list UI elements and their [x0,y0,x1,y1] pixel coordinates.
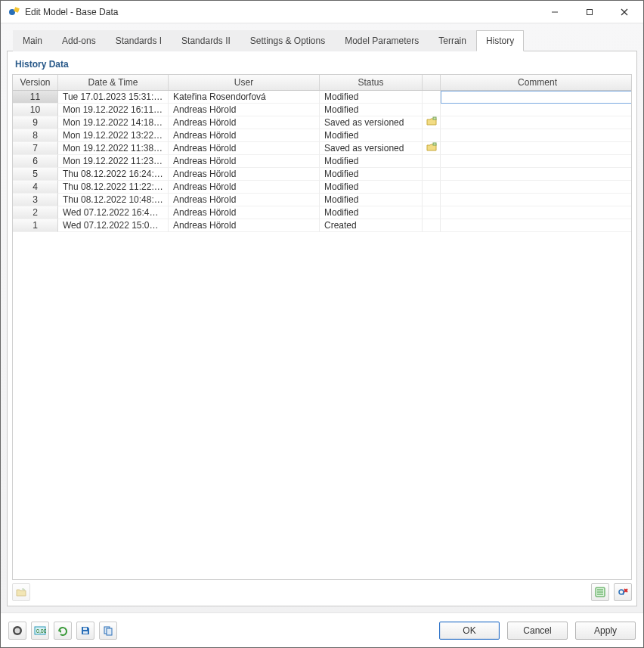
svg-rect-20 [83,628,87,630]
svg-rect-3 [587,9,593,14]
table-row[interactable]: 1Wed 07.12.2022 15:08:54Andreas HöroldCr… [13,219,631,232]
table-row[interactable]: 4Thu 08.12.2022 11:22:00Andreas HöroldMo… [13,181,631,194]
cell-version-icon [423,142,441,155]
cell-status: Modified [320,155,423,168]
dialog-footer: 0,00 OK Cancel Apply [1,612,643,647]
table-row[interactable]: 10Mon 19.12.2022 16:11:22Andreas HöroldM… [13,104,631,116]
cell-version-icon [423,91,441,104]
tab-terrain[interactable]: Terrain [429,30,476,51]
cell-datetime: Thu 08.12.2022 11:22:00 [58,181,169,194]
svg-rect-21 [83,631,88,634]
minimize-button[interactable] [537,1,572,23]
cell-user: Andreas Hörold [169,129,320,142]
cell-version-icon [423,181,441,194]
cell-status: Modified [320,129,423,142]
table-row[interactable]: 7Mon 19.12.2022 11:38:04Andreas HöroldSa… [13,142,631,155]
cell-comment[interactable] [441,155,631,168]
units-button[interactable]: 0,00 [31,622,49,640]
cell-version-icon [423,104,441,116]
cell-comment[interactable] [441,194,631,206]
cell-status: Saved as versioned [320,142,423,155]
tab-panel-history: History Data Version Date & Time User St… [7,51,637,606]
table-row[interactable]: 5Thu 08.12.2022 16:24:55Andreas HöroldMo… [13,168,631,181]
table-row[interactable]: 6Mon 19.12.2022 11:23:36Andreas HöroldMo… [13,155,631,168]
delete-history-button[interactable] [614,583,632,601]
tab-main[interactable]: Main [13,30,52,51]
tabstrip: MainAdd-onsStandards IStandards IISettin… [7,29,637,51]
cell-version: 1 [13,219,58,232]
cell-comment[interactable] [441,168,631,181]
section-title: History Data [12,56,632,74]
panel-toolbar [12,580,632,601]
cell-comment[interactable] [441,129,631,142]
tab-settings-options[interactable]: Settings & Options [240,30,335,51]
table-row[interactable]: 9Mon 19.12.2022 14:18:22Andreas HöroldSa… [13,116,631,129]
dialog-body: MainAdd-onsStandards IStandards IISettin… [1,23,643,612]
app-icon [8,6,20,18]
cell-status: Created [320,219,423,232]
cell-user: Andreas Hörold [169,168,320,181]
reload-button[interactable] [54,622,72,640]
cell-comment[interactable] [441,206,631,219]
cell-datetime: Mon 19.12.2022 11:38:04 [58,142,169,155]
export-list-button[interactable] [591,583,609,601]
cell-version-icon [423,219,441,232]
tab-add-ons[interactable]: Add-ons [52,30,106,51]
cell-datetime: Thu 08.12.2022 16:24:55 [58,168,169,181]
cell-user: Andreas Hörold [169,142,320,155]
cell-comment[interactable] [441,104,631,116]
cell-version: 10 [13,104,58,116]
tab-model-parameters[interactable]: Model Parameters [335,30,429,51]
copy-settings-button[interactable] [99,622,117,640]
cell-user: Andreas Hörold [169,181,320,194]
cancel-button[interactable]: Cancel [507,622,568,640]
help-button[interactable] [8,622,26,640]
cell-status: Modified [320,168,423,181]
cell-datetime: Tue 17.01.2023 15:31:51 [58,91,169,104]
cell-comment[interactable] [441,219,631,232]
cell-user: Andreas Hörold [169,219,320,232]
tab-history[interactable]: History [476,30,524,51]
cell-version-icon [423,194,441,206]
cell-datetime: Wed 07.12.2022 16:49:27 [58,206,169,219]
table-row[interactable]: 2Wed 07.12.2022 16:49:27Andreas HöroldMo… [13,206,631,219]
cell-version-icon [423,129,441,142]
tab-standards-ii[interactable]: Standards II [172,30,240,51]
tab-standards-i[interactable]: Standards I [106,30,172,51]
maximize-button[interactable] [572,1,607,23]
table-row[interactable]: 11Tue 17.01.2023 15:31:51Kateřina Rosend… [13,91,631,104]
cell-status: Saved as versioned [320,116,423,129]
cell-comment[interactable] [441,116,631,129]
table-row[interactable]: 3Thu 08.12.2022 10:48:28Andreas HöroldMo… [13,194,631,206]
cell-comment[interactable] [441,91,631,104]
cell-status: Modified [320,194,423,206]
col-user[interactable]: User [169,75,320,90]
close-button[interactable] [607,1,642,23]
window-title: Edit Model - Base Data [25,7,537,17]
svg-rect-7 [433,143,436,145]
col-datetime[interactable]: Date & Time [58,75,169,90]
grid-header: Version Date & Time User Status Comment [13,75,631,91]
cell-user: Andreas Hörold [169,104,320,116]
svg-rect-6 [433,117,436,119]
ok-button[interactable]: OK [439,622,500,640]
svg-rect-23 [107,628,112,635]
cell-version: 9 [13,116,58,129]
svg-text:0,00: 0,00 [36,628,46,634]
col-comment[interactable]: Comment [441,75,632,90]
cell-datetime: Mon 19.12.2022 11:23:36 [58,155,169,168]
cell-user: Kateřina Rosendorfová [169,91,320,104]
open-version-button[interactable] [12,583,30,601]
col-version[interactable]: Version [13,75,58,90]
cell-comment[interactable] [441,181,631,194]
cell-comment[interactable] [441,142,631,155]
apply-button[interactable]: Apply [575,622,636,640]
history-grid: Version Date & Time User Status Comment … [12,74,632,580]
cell-version-icon [423,168,441,181]
save-button[interactable] [76,622,94,640]
cell-version-icon [423,116,441,129]
window-controls [537,1,642,23]
table-row[interactable]: 8Mon 19.12.2022 13:22:02Andreas HöroldMo… [13,129,631,142]
col-status[interactable]: Status [320,75,423,90]
cell-version-icon [423,206,441,219]
